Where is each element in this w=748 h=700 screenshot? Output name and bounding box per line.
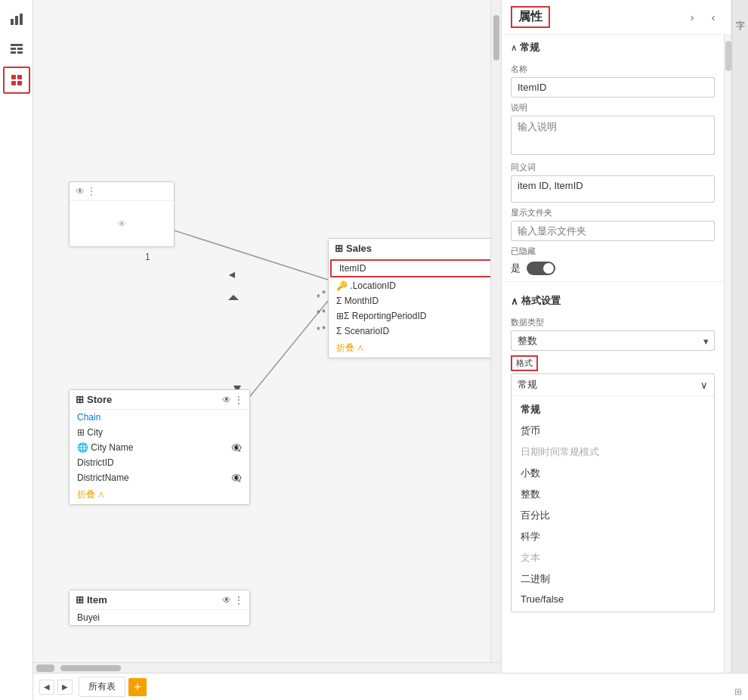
format-dropdown[interactable]: 常规 ∨ 常规 货币 日期时间常规模式 小数 整数 xyxy=(511,373,715,612)
right-panel-title: 属性 xyxy=(511,6,550,28)
svg-rect-6 xyxy=(11,51,16,54)
canvas-vscroll[interactable] xyxy=(490,0,501,662)
connection-star-2: * xyxy=(317,308,320,319)
format-section-inner: 数据类型 整数 格式 xyxy=(502,317,724,612)
format-dropdown-header[interactable]: 常规 ∨ xyxy=(512,374,714,396)
format-option-二进制[interactable]: 二进制 xyxy=(512,568,714,590)
bottom-bar: ◀ ▶ 所有表 + xyxy=(33,673,748,700)
connection-star-3: * xyxy=(317,325,320,336)
connection-star-1: * xyxy=(317,293,320,303)
format-section-header: ∧ 格式设置 xyxy=(502,288,724,312)
store-table-header[interactable]: ⊞ Store 👁 ⋮ xyxy=(70,390,249,410)
store-more-icon[interactable]: ⋮ xyxy=(234,395,243,405)
svg-rect-11 xyxy=(17,81,22,85)
store-collapse-link[interactable]: 折叠 ∧ xyxy=(70,485,249,504)
all-tables-tab[interactable]: 所有表 xyxy=(79,677,125,697)
right-panel-scroll: ∧ 常规 名称 说明 同义词 item ID, ItemID 显示文件夹 xyxy=(502,35,731,673)
sales-table-title: ⊞ Sales xyxy=(335,243,372,254)
cityname-hide-icon[interactable]: 👁‍🗨 xyxy=(231,443,242,453)
bottom-nav-prev[interactable]: ◀ xyxy=(39,680,54,695)
hidden-toggle-switch[interactable] xyxy=(527,262,555,275)
format-option-百分比[interactable]: 百分比 xyxy=(512,505,714,526)
item-eye-icon[interactable]: 👁 xyxy=(222,595,231,606)
svg-line-14 xyxy=(237,301,328,412)
data-type-select-wrapper: 整数 xyxy=(511,330,715,351)
item-table-title: ⊞ Item xyxy=(76,594,107,606)
svg-rect-8 xyxy=(11,75,16,79)
format-dropdown-arrow[interactable]: ∨ xyxy=(700,379,708,391)
svg-rect-0 xyxy=(11,19,14,25)
synonyms-field[interactable]: item ID, ItemID xyxy=(511,175,715,203)
name-input[interactable] xyxy=(511,77,715,98)
canvas-hscroll[interactable] xyxy=(33,662,501,673)
format-option-货币[interactable]: 货币 xyxy=(512,420,714,441)
format-option-科学[interactable]: 科学 xyxy=(512,526,714,547)
svg-marker-19 xyxy=(228,295,239,300)
left-toolbar xyxy=(0,0,33,700)
bottom-nav-next[interactable]: ▶ xyxy=(57,680,73,695)
store-row-districtid[interactable]: DistrictID xyxy=(70,455,249,470)
format-option-文本: 文本 xyxy=(512,547,714,568)
svg-rect-4 xyxy=(11,48,16,50)
svg-rect-5 xyxy=(17,48,23,50)
store-eye-icon[interactable]: 👁 xyxy=(222,395,231,405)
item-table-actions[interactable]: 👁 ⋮ xyxy=(222,595,243,606)
item-more-icon[interactable]: ⋮ xyxy=(234,595,243,606)
display-folder-label: 显示文件夹 xyxy=(511,207,715,218)
name-field-label: 名称 xyxy=(511,63,715,75)
format-option-datetime: 日期时间常规模式 xyxy=(512,441,714,463)
general-chevron[interactable]: ∧ xyxy=(511,43,517,53)
svg-rect-3 xyxy=(11,44,23,46)
anonymous-table: 👁 ⋮ 👁 xyxy=(69,181,175,247)
store-row-chain[interactable]: Chain xyxy=(70,410,249,425)
svg-rect-2 xyxy=(20,14,23,25)
format-option-truefale[interactable]: True/false xyxy=(512,590,714,609)
chart-view-button[interactable] xyxy=(3,6,30,33)
sales-row-monthid[interactable]: Σ MonthID 👁‍🗨 xyxy=(329,293,490,308)
model-view-button[interactable] xyxy=(3,67,30,94)
right-panel: 属性 › ‹ ∧ 常规 名称 xyxy=(501,0,731,673)
sales-row-reportingperiodid[interactable]: ⊞Σ ReportingPeriodID 👁‍🗨 xyxy=(329,308,490,324)
sales-collapse-link[interactable]: 折叠 ∧ xyxy=(329,339,490,358)
item-table-header[interactable]: ⊞ Item 👁 ⋮ xyxy=(70,590,249,610)
synonyms-field-label: 同义词 xyxy=(511,162,715,173)
add-tab-button[interactable]: + xyxy=(128,678,147,696)
format-option-小数[interactable]: 小数 xyxy=(512,463,714,484)
sales-row-locationid[interactable]: 🔑 .LocationID 👁‍🗨 xyxy=(329,278,490,293)
right-panel-scrollbar[interactable] xyxy=(724,35,731,673)
general-section-header: ∧ 常规 xyxy=(511,35,715,59)
store-row-city[interactable]: ⊞ City xyxy=(70,425,249,440)
right-panel-header: 属性 › ‹ xyxy=(502,0,731,35)
format-option-常规[interactable]: 常规 xyxy=(512,399,714,420)
display-folder-input[interactable] xyxy=(511,221,715,241)
hidden-toggle-row: 是 xyxy=(511,262,715,275)
table-view-button[interactable] xyxy=(3,36,30,63)
connection-label-1: 1 xyxy=(145,252,150,262)
panel-nav-collapse[interactable]: ‹ xyxy=(704,8,722,26)
hidden-toggle-text: 是 xyxy=(511,262,521,275)
resize-handle[interactable]: ⊞ xyxy=(734,686,745,697)
districtname-hide-icon[interactable]: 👁‍🗨 xyxy=(231,473,242,483)
format-section: ∧ 格式设置 数据类型 整数 xyxy=(502,288,724,612)
format-chevron[interactable]: ∧ xyxy=(511,296,518,307)
format-selected-value: 常规 xyxy=(518,378,537,392)
format-label: 格式 xyxy=(511,355,538,371)
description-textarea[interactable] xyxy=(511,116,715,155)
right-edge-text-icon[interactable]: 字 xyxy=(734,6,747,20)
store-table-actions[interactable]: 👁 ⋮ xyxy=(222,395,243,405)
store-row-cityname[interactable]: 🌐 City Name 👁‍🗨 xyxy=(70,440,249,455)
data-type-select[interactable]: 整数 xyxy=(511,330,715,351)
sales-row-itemid[interactable]: ItemID 👁‍🗨 xyxy=(330,259,490,277)
sales-table: ⊞ Sales 👁‍🗨 ⋮ ItemID xyxy=(328,238,490,358)
item-table: ⊞ Item 👁 ⋮ Buyei xyxy=(69,590,250,626)
store-row-districtname[interactable]: DistrictName 👁‍🗨 xyxy=(70,470,249,485)
hidden-field-label: 已隐藏 xyxy=(511,246,715,257)
item-table-icon: ⊞ xyxy=(76,594,84,606)
description-field-label: 说明 xyxy=(511,102,715,113)
format-option-整数[interactable]: 整数 xyxy=(512,484,714,505)
item-row-buyer[interactable]: Buyei xyxy=(70,610,249,625)
panel-nav-forward[interactable]: › xyxy=(683,8,701,26)
sales-row-scenarioid[interactable]: Σ ScenarioID 👁‍🗨 xyxy=(329,324,490,339)
right-panel-content: ∧ 常规 名称 说明 同义词 item ID, ItemID 显示文件夹 xyxy=(502,35,724,673)
sales-table-header[interactable]: ⊞ Sales 👁‍🗨 ⋮ xyxy=(329,239,490,259)
